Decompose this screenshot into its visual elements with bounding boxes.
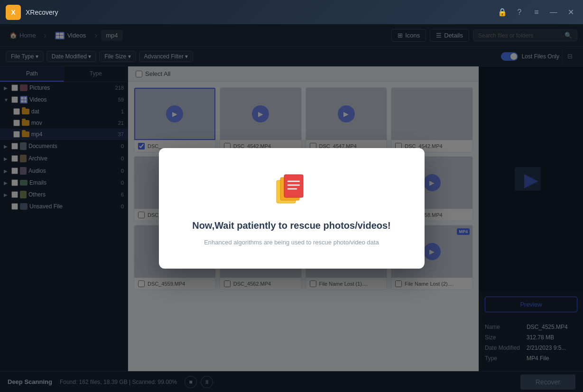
rescue-icon — [273, 171, 311, 209]
app-logo: X — [6, 5, 21, 20]
menu-icon[interactable]: ≡ — [530, 6, 543, 19]
titlebar: X XRecovery 🔒 ? ≡ — ✕ — [0, 0, 583, 25]
modal-dialog: Now,Wait patiently to rescue photos/vide… — [159, 148, 425, 269]
app-title: XRecovery — [26, 9, 496, 16]
modal-icon — [178, 171, 406, 209]
modal-subtitle: Enhanced algorithms are being used to re… — [178, 239, 406, 246]
svg-rect-4 — [284, 175, 303, 197]
help-icon[interactable]: ? — [513, 6, 526, 19]
modal-overlay: Now,Wait patiently to rescue photos/vide… — [0, 25, 583, 392]
window-controls: 🔒 ? ≡ — ✕ — [496, 6, 577, 19]
close-button[interactable]: ✕ — [564, 6, 577, 19]
minimize-button[interactable]: — — [547, 6, 560, 19]
modal-title: Now,Wait patiently to rescue photos/vide… — [178, 220, 406, 231]
lock-icon[interactable]: 🔒 — [496, 6, 509, 19]
